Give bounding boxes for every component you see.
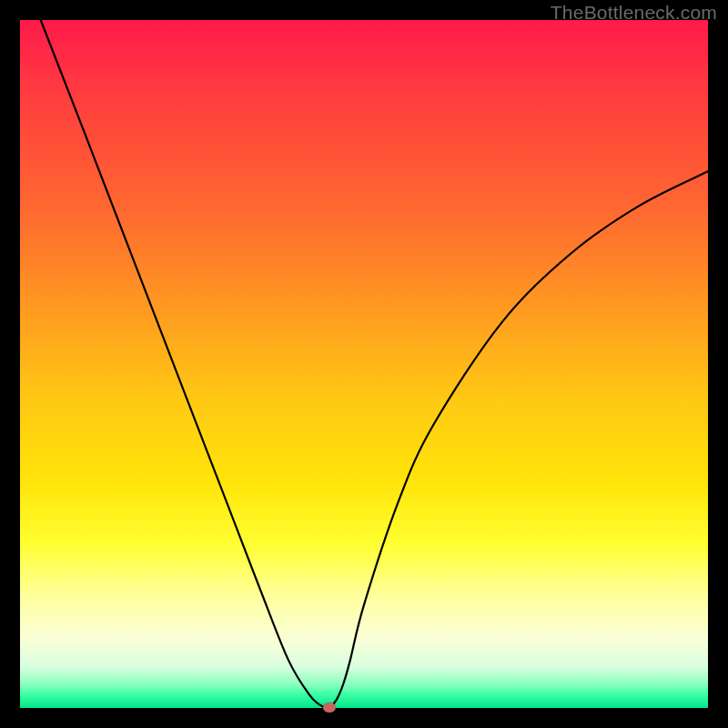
chart-frame: TheBottleneck.com [0,0,728,728]
optimum-marker [323,703,336,713]
curve-path [41,20,708,709]
bottleneck-curve [20,20,708,708]
watermark-text: TheBottleneck.com [551,2,717,24]
